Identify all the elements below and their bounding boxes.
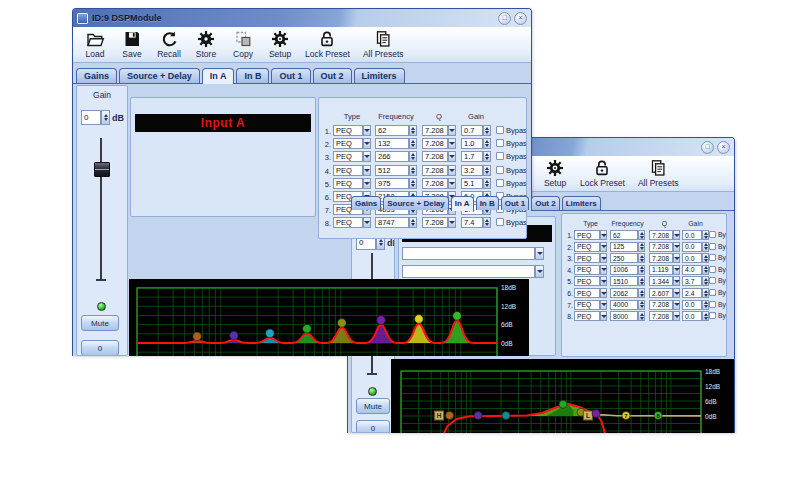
bypass-checkbox[interactable] bbox=[709, 277, 716, 284]
type-select[interactable]: PEQ bbox=[333, 178, 363, 189]
tab-source-delay[interactable]: Source + Delay bbox=[119, 68, 200, 83]
close-button[interactable]: × bbox=[717, 141, 730, 154]
tab-source-delay[interactable]: Source + Delay bbox=[383, 196, 449, 210]
type-select[interactable]: PEQ bbox=[333, 138, 363, 149]
gain-field[interactable]: 3.2 bbox=[461, 165, 483, 176]
band-marker[interactable] bbox=[303, 324, 312, 333]
type-select[interactable]: PEQ bbox=[574, 311, 600, 321]
gain-spinner[interactable] bbox=[483, 178, 491, 189]
type-dropdown-button[interactable] bbox=[363, 165, 371, 176]
frequency-field[interactable]: 266 bbox=[375, 151, 409, 162]
frequency-field[interactable]: 1510 bbox=[610, 276, 638, 286]
gain-spinner[interactable] bbox=[702, 265, 709, 275]
toolbar-button-load[interactable]: Load bbox=[83, 29, 107, 59]
frequency-field[interactable]: 62 bbox=[375, 125, 409, 136]
param-dropdown-button[interactable] bbox=[535, 247, 544, 260]
toolbar-button-lock-preset[interactable]: Lock Preset bbox=[580, 158, 625, 188]
type-dropdown-button[interactable] bbox=[363, 138, 371, 149]
type-dropdown-button[interactable] bbox=[600, 288, 607, 298]
tab-out-1[interactable]: Out 1 bbox=[271, 68, 310, 83]
type-dropdown-button[interactable] bbox=[600, 230, 607, 240]
gain-field[interactable]: 7.4 bbox=[461, 217, 483, 228]
q-select[interactable]: 7.208 bbox=[649, 311, 673, 321]
band-marker[interactable] bbox=[193, 332, 202, 341]
toolbar-button-setup[interactable]: Setup bbox=[543, 158, 567, 188]
q-dropdown-button[interactable] bbox=[448, 138, 456, 149]
q-select[interactable]: 7.208 bbox=[649, 242, 673, 252]
bypass-checkbox[interactable] bbox=[709, 254, 716, 261]
type-select[interactable]: PEQ bbox=[333, 217, 363, 228]
q-dropdown-button[interactable] bbox=[448, 178, 456, 189]
type-dropdown-button[interactable] bbox=[600, 311, 607, 321]
frequency-spinner[interactable] bbox=[638, 311, 645, 321]
phase-button[interactable]: 0 bbox=[81, 340, 119, 356]
bypass-checkbox[interactable] bbox=[709, 266, 716, 273]
frequency-spinner[interactable] bbox=[638, 265, 645, 275]
bypass-checkbox[interactable] bbox=[496, 179, 504, 187]
q-dropdown-button[interactable] bbox=[673, 288, 680, 298]
type-dropdown-button[interactable] bbox=[363, 217, 371, 228]
type-dropdown-button[interactable] bbox=[363, 125, 371, 136]
tab-in-b[interactable]: In B bbox=[476, 196, 499, 210]
frequency-field[interactable]: 8000 bbox=[610, 311, 638, 321]
minimize-button[interactable]: □ bbox=[498, 12, 511, 25]
gain-field[interactable]: 2.4 bbox=[682, 288, 702, 298]
bypass-checkbox[interactable] bbox=[709, 231, 716, 238]
gain-spinner[interactable] bbox=[702, 288, 709, 298]
q-dropdown-button[interactable] bbox=[448, 151, 456, 162]
frequency-spinner[interactable] bbox=[409, 178, 417, 189]
gain-field[interactable]: 0.0 bbox=[682, 311, 702, 321]
frequency-spinner[interactable] bbox=[638, 253, 645, 263]
band-marker[interactable] bbox=[592, 410, 600, 418]
band-marker[interactable] bbox=[559, 400, 567, 408]
frequency-spinner[interactable] bbox=[409, 151, 417, 162]
bypass-checkbox[interactable] bbox=[496, 218, 504, 226]
q-dropdown-button[interactable] bbox=[673, 230, 680, 240]
band-marker[interactable] bbox=[266, 329, 275, 338]
toolbar-button-setup[interactable]: Setup bbox=[268, 29, 292, 59]
frequency-spinner[interactable] bbox=[638, 300, 645, 310]
frequency-spinner[interactable] bbox=[638, 288, 645, 298]
gain-field[interactable]: 1.7 bbox=[461, 151, 483, 162]
q-select[interactable]: 7.208 bbox=[422, 165, 448, 176]
toolbar-button-save[interactable]: Save bbox=[120, 29, 144, 59]
type-select[interactable]: PEQ bbox=[574, 230, 600, 240]
toolbar-button-recall[interactable]: Recall bbox=[157, 29, 181, 59]
q-select[interactable]: 7.208 bbox=[649, 253, 673, 263]
bypass-checkbox[interactable] bbox=[496, 166, 504, 174]
band-marker[interactable] bbox=[338, 319, 347, 328]
gain-value-spinner[interactable] bbox=[101, 110, 110, 125]
type-dropdown-button[interactable] bbox=[600, 242, 607, 252]
band-marker[interactable] bbox=[502, 412, 510, 420]
gain-spinner[interactable] bbox=[483, 138, 491, 149]
type-select[interactable]: PEQ bbox=[574, 300, 600, 310]
frequency-spinner[interactable] bbox=[638, 230, 645, 240]
toolbar-button-copy[interactable]: Copy bbox=[231, 29, 255, 59]
q-select[interactable]: 7.208 bbox=[422, 138, 448, 149]
q-select[interactable]: 1.344 bbox=[649, 276, 673, 286]
frequency-field[interactable]: 975 bbox=[375, 178, 409, 189]
bypass-checkbox[interactable] bbox=[709, 289, 716, 296]
dsp-module-window-front[interactable]: ID:9 DSPModule□×LoadSaveRecallStoreCopyS… bbox=[72, 8, 532, 356]
gain-field[interactable]: 1.0 bbox=[461, 138, 483, 149]
gain-field[interactable]: 3.7 bbox=[682, 276, 702, 286]
type-select[interactable]: PEQ bbox=[574, 276, 600, 286]
tab-limiters[interactable]: Limiters bbox=[354, 68, 405, 83]
param-field[interactable] bbox=[402, 247, 535, 260]
gain-field[interactable]: 0.0 bbox=[682, 253, 702, 263]
mute-button[interactable]: Mute bbox=[81, 315, 119, 331]
gain-spinner[interactable] bbox=[702, 276, 709, 286]
q-select[interactable]: 7.208 bbox=[649, 300, 673, 310]
gain-spinner[interactable] bbox=[483, 165, 491, 176]
toolbar-button-store[interactable]: Store bbox=[194, 29, 218, 59]
toolbar-button-all-presets[interactable]: All Presets bbox=[638, 158, 679, 188]
gain-slider-track[interactable] bbox=[100, 138, 102, 280]
tab-out-2[interactable]: Out 2 bbox=[313, 68, 352, 83]
tab-limiters[interactable]: Limiters bbox=[562, 196, 601, 210]
mute-button[interactable]: Mute bbox=[356, 398, 390, 414]
band-marker[interactable] bbox=[230, 331, 239, 340]
band-marker[interactable] bbox=[453, 312, 462, 321]
q-dropdown-button[interactable] bbox=[673, 253, 680, 263]
gain-spinner[interactable] bbox=[483, 217, 491, 228]
tab-in-a[interactable]: In A bbox=[202, 68, 235, 84]
